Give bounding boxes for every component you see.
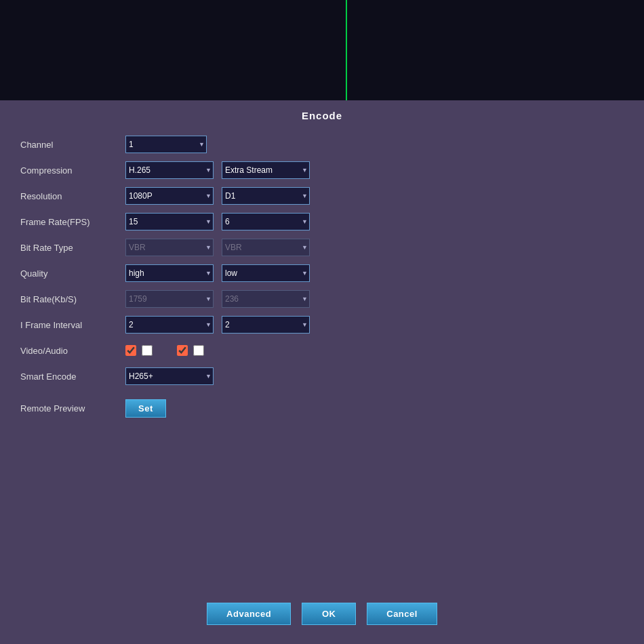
- bitratetype-row: Bit Rate Type VBRCBR VBRCBR: [20, 237, 624, 258]
- quality-extra-wrapper: lowmediumhigh: [222, 264, 310, 282]
- bitratesks-extra-select[interactable]: 236512256: [222, 290, 310, 308]
- audio-main-checkbox-item: [142, 345, 153, 356]
- compression-main-select[interactable]: H.265H.264: [125, 161, 214, 179]
- video-extra-checkbox[interactable]: [177, 345, 188, 356]
- form-container: Channel 1234 Compression H.265H.264 Extr…: [0, 128, 644, 418]
- iframeinterval-extra-wrapper: 2134: [222, 316, 310, 334]
- resolution-row: Resolution 1080P720PD1CIF D1CIFQCIF: [20, 185, 624, 207]
- framerate-row: Frame Rate(FPS) 15121086 654321: [20, 211, 624, 233]
- smartencode-row: Smart Encode H265+H264+Off: [20, 365, 624, 387]
- resolution-extra-wrapper: D1CIFQCIF: [222, 187, 310, 205]
- bitratesks-main-wrapper: 175920481024: [125, 290, 214, 308]
- bottom-buttons: Advanced OK Cancel: [0, 603, 644, 625]
- iframeinterval-extra-select[interactable]: 2134: [222, 316, 310, 334]
- dialog-title: Encode: [0, 100, 644, 128]
- remote-preview-label: Remote Preview: [20, 403, 125, 414]
- video-main-checkbox-item: [125, 345, 136, 356]
- iframeinterval-row: I Frame Interval 2134 2134: [20, 314, 624, 336]
- audio-extra-checkbox[interactable]: [193, 345, 204, 356]
- videoaudio-row: Video/Audio: [20, 340, 624, 361]
- iframeinterval-main-select[interactable]: 2134: [125, 316, 214, 334]
- compression-extra-wrapper: Extra StreamMain Stream: [222, 161, 310, 179]
- ok-button[interactable]: OK: [302, 603, 356, 625]
- smartencode-label: Smart Encode: [20, 371, 125, 382]
- audio-main-checkbox[interactable]: [142, 345, 153, 356]
- framerate-extra-select[interactable]: 654321: [222, 213, 310, 230]
- compression-main-wrapper: H.265H.264: [125, 161, 214, 179]
- quality-label: Quality: [20, 268, 125, 279]
- bitratesks-row: Bit Rate(Kb/S) 175920481024 236512256: [20, 288, 624, 310]
- framerate-main-wrapper: 15121086: [125, 213, 214, 230]
- videoaudio-checkboxes: [125, 345, 204, 356]
- iframeinterval-label: I Frame Interval: [20, 320, 125, 330]
- bitratetype-extra-wrapper: VBRCBR: [222, 239, 310, 256]
- compression-extra-select[interactable]: Extra StreamMain Stream: [222, 161, 310, 179]
- video-extra-checkbox-item: [177, 345, 188, 356]
- remote-preview-set-button[interactable]: Set: [125, 399, 166, 418]
- green-line: [346, 0, 347, 100]
- channel-select[interactable]: 1234: [125, 136, 207, 153]
- quality-main-wrapper: highmediumlow: [125, 264, 214, 282]
- framerate-label: Frame Rate(FPS): [20, 217, 125, 227]
- channel-select-wrapper: 1234: [125, 136, 207, 153]
- compression-row: Compression H.265H.264 Extra StreamMain …: [20, 159, 624, 181]
- top-bar: [0, 0, 644, 100]
- resolution-extra-select[interactable]: D1CIFQCIF: [222, 187, 310, 205]
- compression-label: Compression: [20, 165, 125, 176]
- videoaudio-label: Video/Audio: [20, 346, 125, 356]
- remote-preview-row: Remote Preview Set: [20, 399, 624, 418]
- advanced-button[interactable]: Advanced: [207, 603, 291, 625]
- framerate-main-select[interactable]: 15121086: [125, 213, 214, 230]
- cancel-button[interactable]: Cancel: [367, 603, 437, 625]
- bitratetype-label: Bit Rate Type: [20, 243, 125, 253]
- bitratetype-extra-select[interactable]: VBRCBR: [222, 239, 310, 256]
- framerate-extra-wrapper: 654321: [222, 213, 310, 230]
- bitratesks-main-select[interactable]: 175920481024: [125, 290, 214, 308]
- bitratetype-main-select[interactable]: VBRCBR: [125, 239, 214, 256]
- video-main-checkbox[interactable]: [125, 345, 136, 356]
- quality-extra-select[interactable]: lowmediumhigh: [222, 264, 310, 282]
- bitratesks-label: Bit Rate(Kb/S): [20, 294, 125, 304]
- channel-row: Channel 1234: [20, 134, 624, 155]
- smartencode-select[interactable]: H265+H264+Off: [125, 367, 214, 385]
- iframeinterval-main-wrapper: 2134: [125, 316, 214, 334]
- resolution-label: Resolution: [20, 191, 125, 201]
- resolution-main-select[interactable]: 1080P720PD1CIF: [125, 187, 214, 205]
- quality-row: Quality highmediumlow lowmediumhigh: [20, 262, 624, 284]
- channel-label: Channel: [20, 140, 125, 150]
- bitratetype-main-wrapper: VBRCBR: [125, 239, 214, 256]
- audio-extra-checkbox-item: [193, 345, 204, 356]
- quality-main-select[interactable]: highmediumlow: [125, 264, 214, 282]
- dialog-area: Encode Channel 1234 Compression H.265H.2…: [0, 100, 644, 644]
- bitratesks-extra-wrapper: 236512256: [222, 290, 310, 308]
- smartencode-select-wrapper: H265+H264+Off: [125, 367, 214, 385]
- resolution-main-wrapper: 1080P720PD1CIF: [125, 187, 214, 205]
